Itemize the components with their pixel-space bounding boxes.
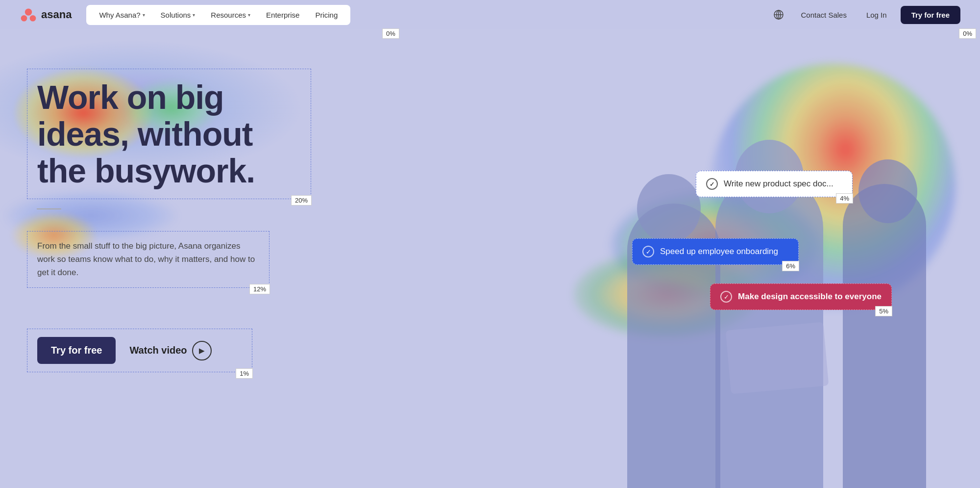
hero-section: Work on big ideas, without the busywork.… bbox=[0, 29, 980, 488]
play-icon: ▶ bbox=[192, 341, 212, 360]
top-right-pct-label: 0% bbox=[959, 28, 976, 39]
nav-enterprise[interactable]: Enterprise bbox=[259, 8, 306, 22]
hero-heading: Work on big ideas, without the busywork. bbox=[37, 79, 301, 189]
watch-video-label: Watch video bbox=[129, 345, 187, 356]
ui-card-onboarding: ✓ Speed up employee onboarding 6% bbox=[632, 238, 799, 265]
heading-pct-label: 20% bbox=[291, 195, 312, 205]
nav-solutions[interactable]: Solutions ▾ bbox=[154, 8, 202, 22]
cta-pct-label: 1% bbox=[236, 368, 253, 379]
asana-logo-icon bbox=[20, 6, 37, 24]
chevron-down-icon: ▾ bbox=[193, 12, 195, 18]
navbar: asana Why Asana? ▾ Solutions ▾ Resources… bbox=[0, 0, 980, 29]
card-text-1: Write new product spec doc... bbox=[724, 179, 833, 189]
try-for-free-button[interactable]: Try for free bbox=[901, 6, 960, 24]
pricing-pct-label: 0% bbox=[382, 28, 399, 39]
check-icon-2: ✓ bbox=[642, 246, 654, 257]
divider-line bbox=[37, 208, 61, 209]
card-text-2: Speed up employee onboarding bbox=[660, 247, 778, 257]
hero-subheading: From the small stuff to the big picture,… bbox=[37, 239, 259, 280]
ui-card-design: ✓ Make design accessible to everyone 5% bbox=[710, 283, 892, 310]
card-2-pct-label: 6% bbox=[782, 261, 799, 271]
logo-text: asana bbox=[41, 8, 72, 21]
chevron-down-icon: ▾ bbox=[143, 12, 145, 18]
svg-point-2 bbox=[30, 15, 36, 22]
hero-subheading-box: From the small stuff to the big picture,… bbox=[27, 231, 270, 288]
language-button[interactable] bbox=[770, 6, 787, 24]
hero-heading-box: Work on big ideas, without the busywork.… bbox=[27, 69, 311, 199]
nav-why-asana[interactable]: Why Asana? ▾ bbox=[92, 8, 151, 22]
contact-sales-link[interactable]: Contact Sales bbox=[795, 8, 853, 22]
hero-right: ✓ Write new product spec doc... 4% ✓ Spe… bbox=[441, 39, 980, 488]
svg-point-0 bbox=[25, 8, 32, 15]
card-1-pct-label: 4% bbox=[836, 193, 853, 204]
hero-try-free-button[interactable]: Try for free bbox=[37, 337, 116, 364]
cta-row: Try for free Watch video ▶ 1% bbox=[27, 329, 252, 372]
check-icon-1: ✓ bbox=[706, 178, 718, 190]
svg-point-1 bbox=[21, 15, 27, 22]
card-text-3: Make design accessible to everyone bbox=[738, 292, 882, 302]
globe-icon bbox=[773, 9, 784, 20]
nav-right: Contact Sales Log In Try for free bbox=[770, 6, 960, 24]
check-icon-3: ✓ bbox=[720, 291, 732, 303]
watch-video-button[interactable]: Watch video ▶ bbox=[129, 341, 211, 360]
chevron-down-icon: ▾ bbox=[248, 12, 250, 18]
nav-pricing[interactable]: Pricing bbox=[308, 8, 344, 22]
nav-resources[interactable]: Resources ▾ bbox=[204, 8, 257, 22]
logo[interactable]: asana bbox=[20, 6, 72, 24]
nav-links: Why Asana? ▾ Solutions ▾ Resources ▾ Ent… bbox=[86, 5, 350, 25]
card-3-pct-label: 5% bbox=[875, 306, 892, 316]
ui-card-product-spec: ✓ Write new product spec doc... 4% bbox=[696, 171, 853, 197]
subheading-pct-label: 12% bbox=[249, 284, 270, 294]
log-in-link[interactable]: Log In bbox=[860, 8, 893, 22]
